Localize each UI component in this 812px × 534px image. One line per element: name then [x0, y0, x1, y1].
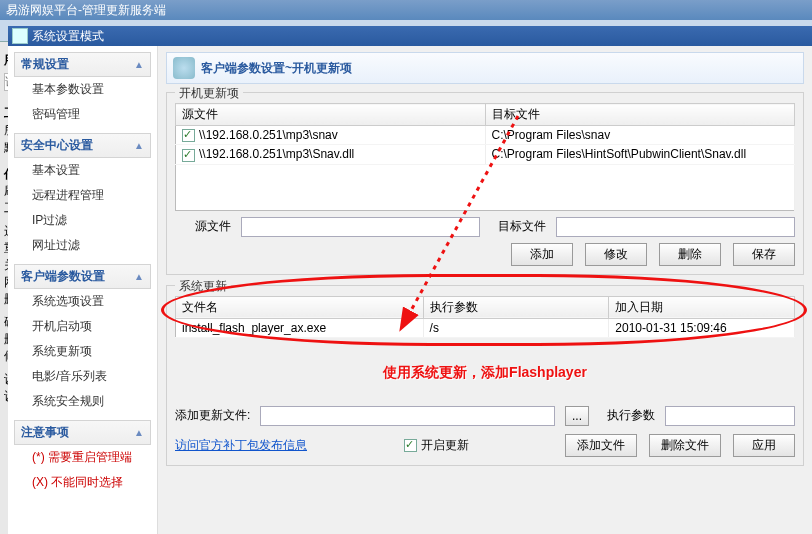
- delete-file-button[interactable]: 删除文件: [649, 434, 721, 457]
- sidebar-group-security[interactable]: 安全中心设置▲: [14, 133, 151, 158]
- app-title: 易游网娱平台-管理更新服务端: [6, 2, 166, 19]
- startup-update-group: 开机更新项 源文件目标文件 \\192.168.0.251\mp3\snavC:…: [166, 92, 804, 275]
- apply-button[interactable]: 应用: [733, 434, 795, 457]
- modal-title-text: 系统设置模式: [32, 28, 104, 45]
- chevron-up-icon: ▲: [134, 427, 144, 438]
- target-input[interactable]: [556, 217, 795, 237]
- add-file-button[interactable]: 添加文件: [565, 434, 637, 457]
- annotation-text: 使用系统更新，添加Flashplayer: [175, 364, 795, 382]
- group-title-startup: 开机更新项: [175, 85, 243, 102]
- sidebar-note-exclusive: (X) 不能同时选择: [14, 470, 151, 495]
- source-input[interactable]: [241, 217, 480, 237]
- content-pane: 客户端参数设置~开机更新项 开机更新项 源文件目标文件 \\192.168.0.…: [158, 46, 812, 534]
- sidebar-item-ip-filter[interactable]: IP过滤: [14, 208, 151, 233]
- sidebar-item-media-list[interactable]: 电影/音乐列表: [14, 364, 151, 389]
- col-filename[interactable]: 文件名: [176, 296, 424, 318]
- sidebar-group-general[interactable]: 常规设置▲: [14, 52, 151, 77]
- col-target[interactable]: 目标文件: [485, 104, 795, 126]
- sidebar-item-remote-proc[interactable]: 远程进程管理: [14, 183, 151, 208]
- chevron-up-icon: ▲: [134, 59, 144, 70]
- sidebar-note-restart: (*) 需要重启管理端: [14, 445, 151, 470]
- enable-update-checkbox[interactable]: [404, 439, 417, 452]
- table-row: \\192.168.0.251\mp3\snavC:\Program Files…: [176, 126, 795, 145]
- label-source: 源文件: [175, 218, 231, 235]
- delete-button[interactable]: 删除: [659, 243, 721, 266]
- modify-button[interactable]: 修改: [585, 243, 647, 266]
- update-files-table[interactable]: 文件名执行参数加入日期 install_flash_player_ax.exe/…: [175, 296, 795, 338]
- sidebar-group-notes[interactable]: 注意事项▲: [14, 420, 151, 445]
- save-button[interactable]: 保存: [733, 243, 795, 266]
- col-param[interactable]: 执行参数: [423, 296, 609, 318]
- chevron-up-icon: ▲: [134, 271, 144, 282]
- chevron-up-icon: ▲: [134, 140, 144, 151]
- sidebar-item-sec-rules[interactable]: 系统安全规则: [14, 389, 151, 414]
- exec-param-input[interactable]: [665, 406, 795, 426]
- label-target: 目标文件: [490, 218, 546, 235]
- settings-modal: 系统设置模式 常规设置▲ 基本参数设置 密码管理 安全中心设置▲ 基本设置 远程…: [8, 26, 812, 534]
- startup-files-table[interactable]: 源文件目标文件 \\192.168.0.251\mp3\snavC:\Progr…: [175, 103, 795, 211]
- sidebar-item-basic-params[interactable]: 基本参数设置: [14, 77, 151, 102]
- sidebar-group-client[interactable]: 客户端参数设置▲: [14, 264, 151, 289]
- add-file-input[interactable]: [260, 406, 555, 426]
- label-add-file: 添加更新文件:: [175, 407, 250, 424]
- sidebar-item-password[interactable]: 密码管理: [14, 102, 151, 127]
- enable-update-label: 开启更新: [421, 438, 469, 452]
- sidebar-item-startup[interactable]: 开机启动项: [14, 314, 151, 339]
- gear-icon: [173, 57, 195, 79]
- row-checkbox[interactable]: [182, 129, 195, 142]
- col-source[interactable]: 源文件: [176, 104, 486, 126]
- sidebar-item-basic[interactable]: 基本设置: [14, 158, 151, 183]
- row-checkbox[interactable]: [182, 149, 195, 162]
- label-exec-param: 执行参数: [599, 407, 655, 424]
- table-row: \\192.168.0.251\mp3\Snav.dllC:\Program F…: [176, 145, 795, 164]
- group-title-sysupdate: 系统更新: [175, 278, 231, 295]
- app-titlebar: 易游网娱平台-管理更新服务端: [0, 0, 812, 20]
- table-row: install_flash_player_ax.exe/s2010-01-31 …: [176, 318, 795, 337]
- settings-sidebar: 常规设置▲ 基本参数设置 密码管理 安全中心设置▲ 基本设置 远程进程管理 IP…: [8, 46, 158, 534]
- add-button[interactable]: 添加: [511, 243, 573, 266]
- breadcrumb-text: 客户端参数设置~开机更新项: [201, 60, 352, 77]
- col-date[interactable]: 加入日期: [609, 296, 795, 318]
- system-update-group: 系统更新 文件名执行参数加入日期 install_flash_player_ax…: [166, 285, 804, 466]
- sidebar-item-sys-update[interactable]: 系统更新项: [14, 339, 151, 364]
- browse-button[interactable]: ...: [565, 406, 589, 426]
- sidebar-item-sys-options[interactable]: 系统选项设置: [14, 289, 151, 314]
- modal-titlebar: 系统设置模式: [8, 26, 812, 46]
- sidebar-item-url-filter[interactable]: 网址过滤: [14, 233, 151, 258]
- breadcrumb: 客户端参数设置~开机更新项: [166, 52, 804, 84]
- official-patch-link[interactable]: 访问官方补丁包发布信息: [175, 437, 307, 454]
- modal-icon: [12, 28, 28, 44]
